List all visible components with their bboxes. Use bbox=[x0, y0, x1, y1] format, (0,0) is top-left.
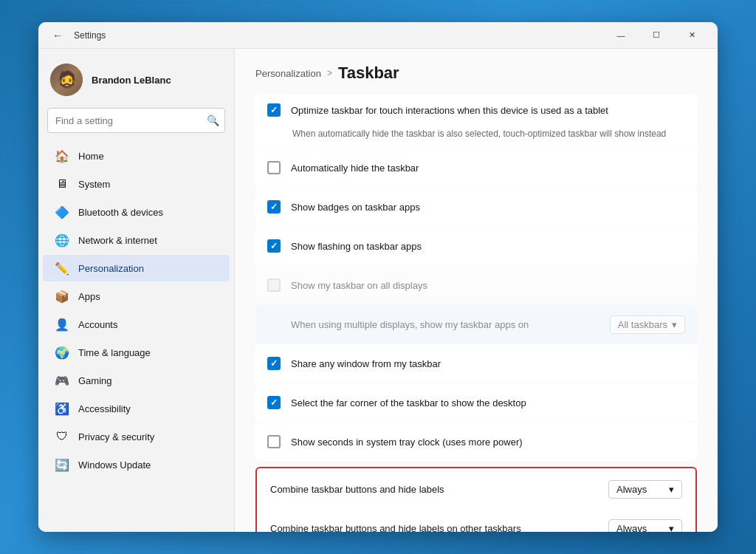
sidebar: 🧔 Brandon LeBlanc 🔍 🏠 Home 🖥 System 🔷 Bl… bbox=[38, 49, 234, 532]
setting-row-main-optimize: Optimize taskbar for touch interactions … bbox=[267, 103, 685, 117]
label-show-multiple: Show my taskbar on all displays bbox=[291, 280, 685, 291]
sidebar-label-accounts: Accounts bbox=[78, 319, 117, 330]
sidebar-label-home: Home bbox=[78, 151, 104, 162]
checkbox-show-multiple[interactable] bbox=[267, 278, 281, 292]
search-box: 🔍 bbox=[47, 108, 225, 133]
checkbox-auto-hide[interactable] bbox=[267, 161, 281, 174]
sidebar-label-accessibility: Accessibility bbox=[78, 403, 131, 414]
system-icon: 🖥 bbox=[55, 177, 69, 191]
setting-combine-buttons: Combine taskbar buttons and hide labels … bbox=[258, 470, 694, 508]
titlebar: ← Settings — ☐ ✕ bbox=[38, 22, 718, 49]
dropdown-value-combine-other: Always bbox=[616, 523, 647, 533]
label-far-corner: Select the far corner of the taskbar to … bbox=[291, 397, 685, 408]
sidebar-item-windows-update[interactable]: 🔄 Windows Update bbox=[43, 451, 230, 478]
dropdown-multiple-display[interactable]: All taskbars ▾ bbox=[610, 315, 685, 334]
network-icon: 🌐 bbox=[55, 233, 69, 247]
dropdown-combine-buttons-other[interactable]: Always ▾ bbox=[608, 519, 682, 533]
sidebar-label-personalization: Personalization bbox=[78, 263, 144, 274]
sidebar-item-gaming[interactable]: 🎮 Gaming bbox=[43, 367, 230, 394]
checkbox-far-corner[interactable] bbox=[267, 396, 281, 409]
minimize-button[interactable]: — bbox=[604, 24, 638, 47]
setting-show-badges: Show badges on taskbar apps bbox=[255, 188, 697, 226]
breadcrumb: Personalization > Taskbar bbox=[255, 64, 697, 83]
content-area: 🧔 Brandon LeBlanc 🔍 🏠 Home 🖥 System 🔷 Bl… bbox=[38, 49, 718, 532]
maximize-button[interactable]: ☐ bbox=[639, 24, 673, 47]
setting-optimize-touch: Optimize taskbar for touch interactions … bbox=[255, 95, 697, 148]
setting-combine-buttons-other: Combine taskbar buttons and hide labels … bbox=[258, 509, 694, 532]
home-icon: 🏠 bbox=[55, 148, 69, 163]
setting-far-corner: Select the far corner of the taskbar to … bbox=[255, 383, 697, 422]
window-controls: — ☐ ✕ bbox=[604, 24, 709, 47]
sidebar-item-system[interactable]: 🖥 System bbox=[43, 171, 230, 197]
settings-window: ← Settings — ☐ ✕ 🧔 Brandon LeBlanc 🔍 🏠 H… bbox=[38, 22, 718, 532]
sublabel-optimize-touch: When automatically hide the taskbar is a… bbox=[267, 129, 666, 139]
chevron-down-icon-combine: ▾ bbox=[669, 484, 674, 495]
apps-icon: 📦 bbox=[55, 289, 69, 304]
label-combine-buttons-other: Combine taskbar buttons and hide labels … bbox=[270, 523, 598, 533]
label-combine-buttons: Combine taskbar buttons and hide labels bbox=[270, 484, 598, 495]
checkbox-show-seconds[interactable] bbox=[267, 435, 281, 448]
sidebar-item-privacy[interactable]: 🛡 Privacy & security bbox=[43, 423, 230, 450]
sidebar-label-gaming: Gaming bbox=[78, 375, 112, 386]
accounts-icon: 👤 bbox=[55, 317, 69, 332]
dropdown-value-combine: Always bbox=[616, 484, 647, 495]
windows-update-icon: 🔄 bbox=[55, 457, 69, 472]
back-button[interactable]: ← bbox=[47, 25, 68, 46]
breadcrumb-current: Taskbar bbox=[338, 64, 399, 83]
time-icon: 🌍 bbox=[55, 345, 69, 360]
sidebar-label-network: Network & internet bbox=[78, 235, 157, 246]
checkbox-show-badges[interactable] bbox=[267, 200, 281, 213]
sidebar-label-bluetooth: Bluetooth & devices bbox=[78, 207, 163, 218]
search-icon: 🔍 bbox=[207, 114, 219, 126]
dropdown-value-multiple: All taskbars bbox=[618, 319, 667, 330]
label-show-flashing: Show flashing on taskbar apps bbox=[291, 241, 685, 252]
accessibility-icon: ♿ bbox=[55, 401, 69, 416]
avatar-image: 🧔 bbox=[50, 64, 83, 96]
main-content: Personalization > Taskbar Optimize taskb… bbox=[234, 49, 718, 532]
sidebar-label-apps: Apps bbox=[78, 291, 100, 302]
sidebar-label-windows-update: Windows Update bbox=[78, 459, 151, 471]
checkbox-optimize-touch[interactable] bbox=[267, 103, 281, 117]
sidebar-item-network[interactable]: 🌐 Network & internet bbox=[43, 227, 230, 253]
label-optimize-touch: Optimize taskbar for touch interactions … bbox=[291, 105, 685, 116]
breadcrumb-separator: > bbox=[327, 68, 332, 78]
main-header: Personalization > Taskbar bbox=[235, 49, 718, 95]
bluetooth-icon: 🔷 bbox=[55, 205, 69, 219]
checkbox-show-flashing[interactable] bbox=[267, 239, 281, 253]
avatar: 🧔 bbox=[50, 64, 83, 96]
highlighted-settings-section: Combine taskbar buttons and hide labels … bbox=[255, 467, 697, 532]
sidebar-label-time: Time & language bbox=[78, 347, 151, 358]
checkbox-share-window[interactable] bbox=[267, 357, 281, 370]
settings-scroll-area: Optimize taskbar for touch interactions … bbox=[235, 95, 718, 532]
user-section: 🧔 Brandon LeBlanc bbox=[38, 58, 234, 108]
sidebar-item-time[interactable]: 🌍 Time & language bbox=[43, 339, 230, 366]
label-show-seconds: Show seconds in system tray clock (uses … bbox=[291, 437, 685, 448]
label-share-window: Share any window from my taskbar bbox=[291, 358, 685, 369]
setting-share-window: Share any window from my taskbar bbox=[255, 344, 697, 383]
gaming-icon: 🎮 bbox=[55, 373, 69, 388]
setting-multiple-display: When using multiple displays, show my ta… bbox=[255, 305, 697, 343]
setting-show-multiple: Show my taskbar on all displays bbox=[255, 266, 697, 304]
dropdown-combine-buttons[interactable]: Always ▾ bbox=[608, 480, 682, 499]
sidebar-item-apps[interactable]: 📦 Apps bbox=[43, 283, 230, 310]
sidebar-label-system: System bbox=[78, 179, 110, 190]
sidebar-item-personalization[interactable]: ✏️ Personalization bbox=[43, 255, 230, 281]
username: Brandon LeBlanc bbox=[92, 75, 171, 86]
chevron-down-icon: ▾ bbox=[672, 319, 677, 330]
setting-auto-hide: Automatically hide the taskbar bbox=[255, 148, 697, 187]
sidebar-item-home[interactable]: 🏠 Home bbox=[43, 143, 230, 169]
setting-show-seconds: Show seconds in system tray clock (uses … bbox=[255, 423, 697, 461]
sidebar-item-accessibility[interactable]: ♿ Accessibility bbox=[43, 395, 230, 422]
label-auto-hide: Automatically hide the taskbar bbox=[291, 163, 685, 174]
chevron-down-icon-combine-other: ▾ bbox=[669, 523, 674, 533]
search-input[interactable] bbox=[47, 108, 225, 133]
privacy-icon: 🛡 bbox=[55, 429, 69, 444]
label-multiple-display: When using multiple displays, show my ta… bbox=[267, 319, 599, 330]
sidebar-item-accounts[interactable]: 👤 Accounts bbox=[43, 311, 230, 338]
sidebar-item-bluetooth[interactable]: 🔷 Bluetooth & devices bbox=[43, 199, 230, 225]
personalization-icon: ✏️ bbox=[55, 261, 69, 276]
close-button[interactable]: ✕ bbox=[675, 24, 709, 47]
sidebar-label-privacy: Privacy & security bbox=[78, 431, 154, 442]
window-title: Settings bbox=[74, 30, 604, 41]
setting-show-flashing: Show flashing on taskbar apps bbox=[255, 227, 697, 265]
